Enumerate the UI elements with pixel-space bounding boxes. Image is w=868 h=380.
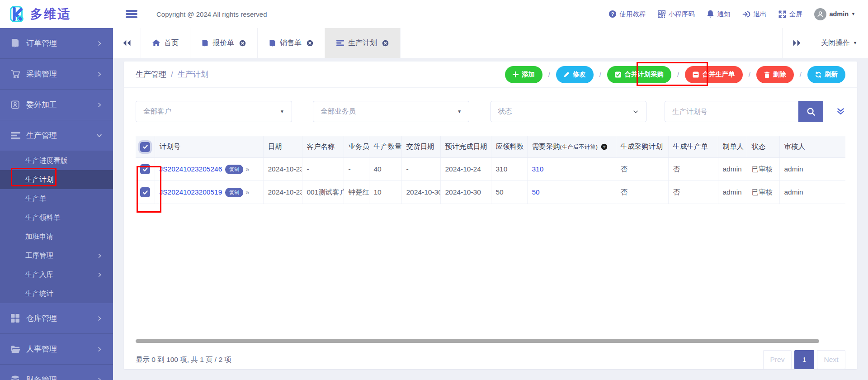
chevron-right-icon [97,71,102,77]
horizontal-scrollbar[interactable] [136,339,819,343]
sidebar-item-finance[interactable]: 财务管理 [0,365,113,380]
table-row: JS20241023205246复制» 2024-10-23 - - 40 - … [136,158,845,181]
expand-row-icon[interactable]: » [245,188,249,196]
file-icon [202,39,208,47]
next-page-button[interactable]: Next [817,350,845,369]
close-tab-icon[interactable] [307,40,313,47]
minus-square-icon [693,71,699,78]
svg-text:?: ? [603,144,606,149]
copyright-text: Copyright @ 2024 All rights reserved [156,10,267,18]
prev-page-button[interactable]: Prev [763,350,792,369]
sidebar-item-purchasing[interactable]: 采购管理 [0,59,113,90]
plus-icon [513,71,519,77]
chevron-right-icon [97,377,102,380]
file-icon [269,39,276,47]
need-purchase-column-header: 需要采购(生产后不计算) ? [527,136,616,158]
tab-home[interactable]: 首页 [141,28,190,58]
sidebar-item-production-inbound[interactable]: 生产入库 [0,265,113,284]
search-icon [807,107,816,116]
angle-double-down-icon[interactable] [836,107,845,116]
merge-plan-purchase-button[interactable]: 合并计划采购 [607,66,671,83]
logo-text: 多维适 [30,6,71,22]
edit-button[interactable]: 修改 [556,66,594,83]
close-tab-icon[interactable] [239,40,246,47]
trash-icon [764,71,770,78]
plan-no-input[interactable] [665,101,798,122]
sidebar-item-overtime-request[interactable]: 加班申请 [0,227,113,246]
delete-button[interactable]: 删除 [756,66,794,83]
svg-text:?: ? [611,11,614,17]
need-purchase-link[interactable]: 310 [532,165,544,173]
logout-icon [742,10,750,18]
plan-no-link[interactable]: JS20241023205246 [160,165,222,173]
chevron-down-icon [96,133,102,138]
sidebar-item-production-plan[interactable]: 生产计划 [0,170,113,189]
add-button[interactable]: 添加 [505,66,542,83]
fullscreen-link[interactable]: 全屏 [778,10,802,19]
breadcrumb-current: 生产计划 [178,69,208,80]
user-menu[interactable]: admin ▼ [814,8,855,20]
sidebar-item-hr[interactable]: 人事管理 [0,334,113,365]
table-footer: 显示 0 到 100 项, 共 1 页 / 2 项 Prev 1 Next [124,343,857,369]
sidebar-item-material-request[interactable]: 生产领料单 [0,208,113,227]
folder-icon [11,345,20,353]
page-1-button[interactable]: 1 [794,350,814,369]
hamburger-menu-icon[interactable] [126,9,137,19]
sidebar-item-outsourcing[interactable]: 委外加工 [0,90,113,120]
tabs-scroll-left-button[interactable] [113,28,141,58]
breadcrumb: 生产管理 / 生产计划 [136,69,208,80]
main-area: 首页 报价单 销售单 生产计划 关闭操作 ▼ [113,28,868,380]
table-row: JS20241023200519复制» 2024-10-23 001测试客户 钟… [136,181,845,204]
need-purchase-link[interactable]: 50 [532,188,540,196]
copy-badge[interactable]: 复制 [225,165,243,174]
close-tab-icon[interactable] [382,40,389,47]
select-all-checkbox[interactable] [140,142,150,152]
chevron-right-icon [97,347,102,352]
tab-sales-order[interactable]: 销售单 [258,28,325,58]
miniprogram-link[interactable]: 小程序码 [658,10,694,19]
sidebar-item-warehouse[interactable]: 仓库管理 [0,303,113,334]
username: admin [829,10,849,18]
chevron-right-icon [97,272,102,277]
sidebar-item-production-board[interactable]: 生产进度看版 [0,151,113,170]
production-submenu: 生产进度看版 生产计划 生产单 生产领料单 加班申请 工序管理 生产入库 生产统… [0,151,113,303]
row-checkbox[interactable] [140,164,150,174]
sidebar-item-process-management[interactable]: 工序管理 [0,246,113,265]
sidebar-item-orders[interactable]: 订单管理 [0,28,113,59]
search-button[interactable] [798,101,823,122]
close-operations-dropdown[interactable]: 关闭操作 ▼ [810,28,868,58]
sidebar-item-production[interactable]: 生产管理 [0,120,113,151]
tabs-scroll-right-button[interactable] [782,28,810,58]
tab-quotation[interactable]: 报价单 [190,28,258,58]
expand-row-icon[interactable]: » [245,165,249,173]
cart-icon [11,70,20,79]
plan-no-link[interactable]: JS20241023200519 [160,188,222,196]
row-checkbox[interactable] [140,187,150,197]
logout-link[interactable]: 退出 [742,10,766,19]
sidebar-item-production-order[interactable]: 生产单 [0,189,113,208]
status-filter-select[interactable]: 状态 [491,101,647,122]
tab-production-plan[interactable]: 生产计划 [325,28,401,58]
copy-badge[interactable]: 复制 [225,188,243,197]
chevron-right-icon [97,41,102,46]
qr-code-icon [658,10,665,18]
toolbar: 添加 / 修改 / 合并计划采购 / 合并生产单 [505,66,845,83]
question-circle-icon: ? [609,10,617,18]
caret-down-icon: ▼ [280,109,284,114]
bell-icon [707,10,714,18]
question-circle-icon[interactable]: ? [601,143,608,150]
pagination: Prev 1 Next [763,350,845,369]
filter-row: 全部客户 ▼ 全部业务员 ▼ 状态 [124,88,857,136]
breadcrumb-parent[interactable]: 生产管理 [136,69,166,80]
salesman-filter-select[interactable]: 全部业务员 ▼ [313,101,469,122]
content-card: 生产管理 / 生产计划 添加 / 修改 / [124,62,857,369]
help-link[interactable]: ? 使用教程 [609,10,646,19]
customer-filter-select[interactable]: 全部客户 ▼ [136,101,292,122]
sidebar-item-production-stats[interactable]: 生产统计 [0,284,113,303]
refresh-button[interactable]: 刷新 [807,66,845,83]
notifications-link[interactable]: 通知 [707,10,730,19]
pencil-icon [564,71,570,77]
logo-k-icon [9,5,26,23]
merge-production-order-button[interactable]: 合并生产单 [685,66,743,83]
list-bars-icon [11,132,20,139]
